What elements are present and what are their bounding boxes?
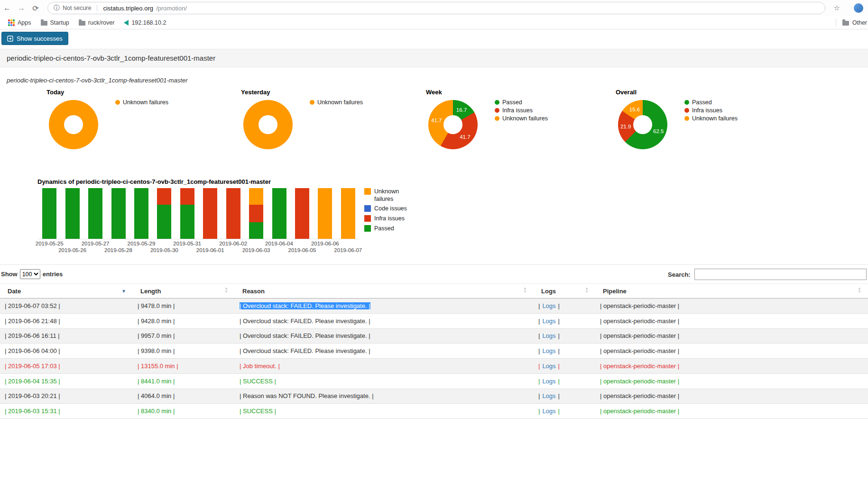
sort-desc-icon: ▼ xyxy=(121,289,126,294)
legend-color-dot xyxy=(684,100,689,105)
x-axis-label: 2019-06-01 xyxy=(190,247,230,253)
table-row: | 2019-06-03 20:21 | | 4064.0 min | | Re… xyxy=(0,389,868,404)
bar-segment-unknown-failures xyxy=(249,188,263,205)
table-row: | 2019-06-06 16:11 | | 9957.0 min | | Ov… xyxy=(0,329,868,344)
cell-pipeline: | openstack-periodic-master | xyxy=(600,378,679,385)
profile-icon[interactable] xyxy=(854,3,863,13)
bar-2019-06-01 xyxy=(203,188,217,239)
pipe: | xyxy=(538,332,540,339)
bar-segment-infra-issues xyxy=(295,188,309,239)
legend-label: Infra issues xyxy=(692,107,722,114)
column-header-pipeline[interactable]: Pipeline ▲▼ xyxy=(595,284,868,298)
bar-segment-passed xyxy=(134,188,148,239)
x-axis-label: 2019-05-30 xyxy=(144,247,184,253)
logs-link[interactable]: Logs xyxy=(542,362,555,370)
show-successes-icon xyxy=(7,36,13,42)
logs-link[interactable]: Logs xyxy=(542,317,555,325)
show-label: Show xyxy=(1,271,18,278)
reload-icon[interactable]: ⟳ xyxy=(28,4,43,13)
legend-item: Unknown failures xyxy=(115,99,168,106)
table-header: Date ▼ Length ▲▼ Reason ▲▼ Logs ▲▼ Pipel… xyxy=(0,283,868,299)
bookmark-apps[interactable]: Apps xyxy=(4,18,36,27)
bar-2019-05-27 xyxy=(88,188,102,239)
folder-icon xyxy=(79,21,85,26)
logs-link[interactable]: Logs xyxy=(542,302,555,309)
address-bar[interactable]: ⓘ Not secure cistatus.tripleo.org/promot… xyxy=(47,2,825,14)
legend-label: Passed xyxy=(374,225,410,233)
cell-length: | 9428.0 min | xyxy=(138,317,175,325)
cell-reason: | Overcloud stack: FAILED. Please invest… xyxy=(240,332,370,339)
logs-link[interactable]: Logs xyxy=(542,408,555,415)
bar-chart-title: Dynamics of periodic-tripleo-ci-centos-7… xyxy=(37,178,271,185)
x-axis-label: 2019-06-06 xyxy=(305,241,345,246)
column-label: Logs xyxy=(541,288,556,295)
cell-date: | 2019-06-07 03:52 | xyxy=(5,302,60,309)
browser-window: ← → ⟳ ⓘ Not secure cistatus.tripleo.org/… xyxy=(0,0,868,489)
page-title: periodic-tripleo-ci-centos-7-ovb-3ctlr_1… xyxy=(7,54,215,62)
column-header-date[interactable]: Date ▼ xyxy=(0,284,133,298)
logs-link[interactable]: Logs xyxy=(542,392,555,399)
column-header-length[interactable]: Length ▲▼ xyxy=(133,284,235,298)
donut-hole xyxy=(633,115,652,134)
other-bookmarks[interactable]: Other xyxy=(831,16,868,29)
pipe: | xyxy=(538,378,540,385)
logs-link[interactable]: Logs xyxy=(542,347,555,354)
bookmark-star-icon[interactable]: ☆ xyxy=(834,4,840,12)
cell-reason: | Job timeout. | xyxy=(240,362,280,370)
bar-segment-passed xyxy=(272,188,286,239)
bookmark-label: Startup xyxy=(50,19,69,26)
legend-color-square xyxy=(364,188,371,195)
x-axis-label: 2019-05-26 xyxy=(53,247,92,253)
column-header-reason[interactable]: Reason ▲▼ xyxy=(235,284,534,298)
pie-slice-label: 62.5 xyxy=(653,128,664,134)
back-icon[interactable]: ← xyxy=(0,4,14,12)
site-favicon-icon xyxy=(124,20,129,26)
bookmark-192-168-10-2[interactable]: 192.168.10.2 xyxy=(120,18,170,27)
forward-icon[interactable]: → xyxy=(14,4,28,12)
cell-length: | 9398.0 min | xyxy=(138,347,175,354)
legend-color-square xyxy=(364,225,371,232)
logs-link[interactable]: Logs xyxy=(542,378,555,385)
bar-2019-05-25 xyxy=(42,188,56,239)
show-successes-button[interactable]: Show successes xyxy=(1,32,68,45)
page-size-select[interactable]: 100 xyxy=(20,269,40,279)
sort-icons: ▲▼ xyxy=(858,287,861,293)
pipe: | xyxy=(558,347,560,354)
donut-chart-today xyxy=(49,100,98,149)
pipe: | xyxy=(558,317,560,325)
pie-slice-label: 16.7 xyxy=(456,107,467,113)
bar-chart-legend: Unknown failures Code issues Infra issue… xyxy=(364,188,410,232)
table-row: | 2019-06-06 04:00 | | 9398.0 min | | Ov… xyxy=(0,344,868,359)
donut-chart-week: 16.741.741.7 xyxy=(428,100,478,149)
pipe: | xyxy=(538,362,540,370)
legend-color-dot xyxy=(495,116,499,121)
sort-icons: ▲▼ xyxy=(585,287,589,293)
cell-date: | 2019-06-06 21:48 | xyxy=(5,317,60,325)
table-row: | 2019-06-03 15:31 | | 8340.0 min | | SU… xyxy=(0,404,868,419)
legend-item: Infra issues xyxy=(684,107,738,114)
bar-segment-infra-issues xyxy=(203,188,217,239)
page-info-icon[interactable]: ⓘ xyxy=(54,4,60,12)
bar-segment-unknown-failures xyxy=(341,188,355,239)
search-label: Search: xyxy=(668,271,691,278)
logs-link[interactable]: Logs xyxy=(542,332,555,339)
bookmark-folder-startup[interactable]: Startup xyxy=(37,18,74,27)
pie-slice-label: 15.6 xyxy=(629,107,640,112)
search-input[interactable] xyxy=(694,269,867,280)
bar-2019-06-07 xyxy=(341,188,355,239)
column-header-logs[interactable]: Logs ▲▼ xyxy=(534,284,595,298)
bookmark-folder-ruck-rover[interactable]: ruck/rover xyxy=(74,18,119,27)
bookmarks-divider xyxy=(836,19,836,27)
bookmark-label: ruck/rover xyxy=(88,19,115,26)
pipe: | xyxy=(538,408,540,415)
pie-slice-label: 41.7 xyxy=(460,134,470,140)
bar-segment-passed xyxy=(88,188,102,239)
cell-length: | 13155.0 min | xyxy=(138,362,178,370)
x-axis-label: 2019-06-07 xyxy=(328,247,368,253)
pipe: | xyxy=(538,317,540,325)
legend-label: Passed xyxy=(692,99,712,106)
pipe: | xyxy=(538,302,540,309)
legend-item: Code issues xyxy=(364,205,410,213)
chart-legend: Passed Infra issues Unknown failures xyxy=(495,99,548,122)
folder-icon xyxy=(41,21,47,26)
